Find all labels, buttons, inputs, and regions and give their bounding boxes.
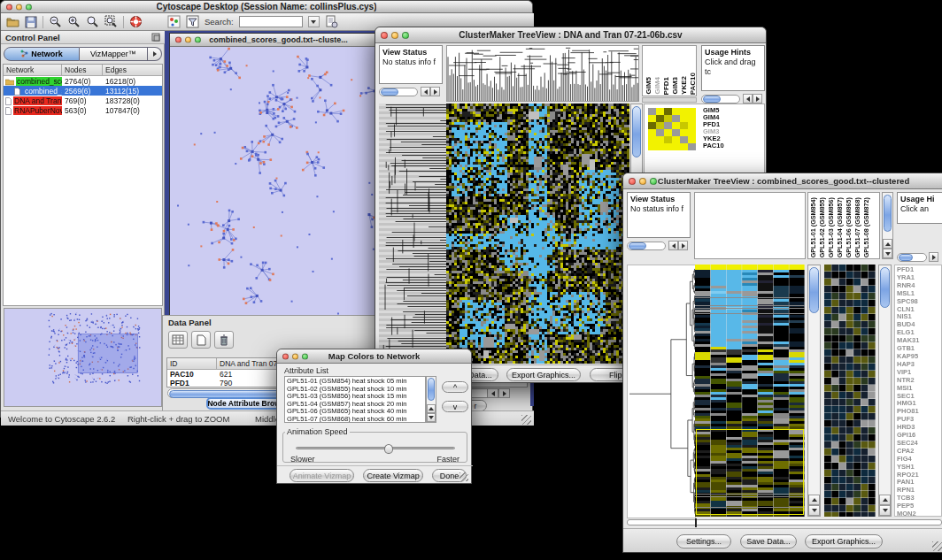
main-heatmap-canvas[interactable]	[446, 104, 629, 364]
float-panel-icon[interactable]	[151, 29, 160, 45]
scroll-up-button[interactable]	[808, 495, 820, 505]
attribute-item[interactable]: GPL51-07 (GSM868) heat shock 60 min	[287, 416, 423, 423]
export-graphics-button[interactable]: Export Graphics...	[506, 368, 581, 381]
scroll-left-button[interactable]	[743, 94, 753, 104]
node-attribute-browser-button[interactable]: Node Attribute Brows	[206, 397, 286, 410]
tab-vizmapper[interactable]: VizMapper™	[80, 47, 148, 61]
treeview1-row-labels[interactable]: GIM5GIM4PFD1GIM3YKE2PAC10	[703, 107, 756, 150]
open-file-icon[interactable]	[6, 16, 19, 28]
zoom-heatmap-canvas[interactable]	[824, 265, 876, 517]
scroll-left-button[interactable]	[668, 241, 678, 250]
column-dendrogram-canvas[interactable]	[446, 45, 639, 102]
save-icon[interactable]	[25, 16, 37, 28]
close-button[interactable]	[175, 37, 181, 43]
zoom-out-icon[interactable]	[49, 15, 62, 28]
column-label[interactable]: GPL51-03 (GSM856)	[827, 197, 835, 257]
col-header-nodes[interactable]: Nodes	[62, 65, 103, 76]
column-label[interactable]: PFD1	[662, 77, 670, 95]
column-label[interactable]: YKE2	[680, 76, 688, 95]
column-label[interactable]: GPL51-02 (GSM855)	[818, 197, 826, 257]
minimize-button[interactable]	[292, 353, 298, 359]
usage-hints-hscrollbar[interactable]	[701, 95, 740, 104]
resize-grip[interactable]	[932, 541, 942, 551]
minimize-button[interactable]	[16, 4, 22, 10]
scroll-down-button[interactable]	[879, 505, 891, 516]
column-label[interactable]: GIM5	[645, 77, 652, 95]
treeview2-title-bar[interactable]: ClusterMaker TreeView : combined_scores_…	[623, 173, 942, 189]
usage-hints-hscrollbar[interactable]	[897, 253, 927, 262]
gene-label[interactable]: MON2	[897, 510, 939, 517]
scroll-down-button[interactable]	[808, 505, 820, 516]
animation-speed-slider[interactable]	[296, 447, 455, 449]
new-file-icon[interactable]	[191, 331, 211, 349]
zoom-button[interactable]	[195, 37, 201, 43]
column-label[interactable]: GPL51-04 (GSM857)	[836, 197, 844, 257]
expression-heatmap-canvas[interactable]	[695, 265, 805, 517]
resize-grip[interactable]	[521, 415, 531, 425]
save-data-button[interactable]: Save Data...	[740, 534, 797, 548]
scroll-down-button[interactable]	[427, 413, 436, 422]
scroll-down-button[interactable]	[883, 249, 892, 258]
heatmap-vscrollbar[interactable]	[807, 265, 821, 517]
treeview2-column-labels[interactable]: GPL51-01 (GSM854)GPL51-02 (GSM855)GPL51-…	[807, 192, 880, 259]
treeview1-title-bar[interactable]: ClusterMaker TreeView : DNA and Tran 07-…	[375, 27, 766, 43]
scroll-right-button[interactable]	[678, 241, 688, 250]
scroll-up-button[interactable]	[883, 239, 892, 249]
column-label[interactable]: PAC10	[689, 73, 697, 95]
scroll-right-button[interactable]	[753, 94, 762, 104]
gene-list-vscrollbar[interactable]	[878, 265, 892, 517]
move-down-button[interactable]: v	[442, 401, 468, 412]
row-dendrogram-canvas[interactable]	[379, 104, 446, 364]
column-label[interactable]: GIM4	[653, 77, 661, 95]
gene-dendrogram-canvas[interactable]	[627, 265, 696, 518]
zoom-button[interactable]	[26, 4, 32, 10]
resize-grip[interactable]	[459, 472, 468, 481]
zoom-selected-icon[interactable]	[86, 15, 99, 28]
help-lifering-icon[interactable]	[129, 15, 143, 28]
dialog-button[interactable]: Create Vizmap	[363, 469, 423, 482]
column-label[interactable]: GPL51-06 (GSM865)	[845, 197, 853, 257]
close-button[interactable]	[6, 4, 12, 10]
filter-icon[interactable]	[186, 15, 199, 28]
main-title-bar[interactable]: Cytoscape Desktop (Session Name: collins…	[1, 1, 532, 13]
settings-button[interactable]: Settings...	[676, 534, 731, 548]
column-label[interactable]: GPL51-01 (GSM854)	[809, 197, 817, 257]
col-header-edges[interactable]: Edges	[103, 65, 162, 76]
gene-list[interactable]: PFD1YRA1RNR4MSL1SPC98CLN1NIS1BUD4ELG1MAK…	[894, 265, 942, 517]
view-status-hscrollbar[interactable]	[627, 242, 666, 250]
zoom-button[interactable]	[650, 178, 657, 185]
scroll-up-button[interactable]	[879, 495, 891, 505]
zoom-button[interactable]	[302, 353, 308, 359]
column-labels-vscrollbar[interactable]	[882, 192, 893, 259]
table-icon[interactable]	[168, 331, 188, 349]
attribute-list-vscrollbar[interactable]	[426, 376, 436, 423]
scroll-right-button[interactable]	[929, 252, 938, 262]
minimize-button[interactable]	[185, 37, 191, 43]
scroll-right-button[interactable]	[430, 87, 440, 96]
scroll-left-button[interactable]	[487, 388, 498, 398]
export-graphics-button[interactable]: Export Graphics...	[805, 534, 883, 548]
vizmap-icon[interactable]	[167, 15, 181, 28]
view-status-hscrollbar[interactable]	[379, 88, 418, 96]
column-label[interactable]: GPL51-07 (GSM868)	[853, 197, 861, 257]
row-label[interactable]: PAC10	[703, 142, 756, 150]
attribute-list[interactable]: GPL51-01 (GSM854) heat shock 05 minGPL51…	[284, 376, 426, 423]
column-label[interactable]: GPL51-08 (GSM872)	[862, 197, 870, 257]
zoom-fit-icon[interactable]	[104, 15, 118, 28]
column-label[interactable]: GIM3	[671, 77, 679, 95]
zoom-in-icon[interactable]	[67, 15, 81, 28]
search-dropdown-button[interactable]	[308, 16, 320, 27]
network-settings-icon[interactable]	[325, 15, 338, 28]
treeview1-column-labels[interactable]: GIM5GIM4PFD1GIM3YKE2PAC10	[642, 45, 697, 96]
birdseye-overview-canvas[interactable]	[4, 308, 162, 407]
scroll-left-button[interactable]	[421, 87, 430, 96]
tab-overflow-button[interactable]	[148, 47, 162, 61]
scroll-up-button[interactable]	[427, 404, 436, 413]
dialog-button[interactable]: Animate Vizmap	[290, 469, 354, 482]
tab-network[interactable]: Network	[4, 47, 80, 61]
bottom-hscrollbar[interactable]	[627, 519, 942, 525]
close-button[interactable]	[381, 32, 388, 39]
slider-handle[interactable]	[384, 444, 393, 454]
scroll-right-button[interactable]	[498, 388, 510, 398]
minimize-button[interactable]	[391, 32, 398, 39]
